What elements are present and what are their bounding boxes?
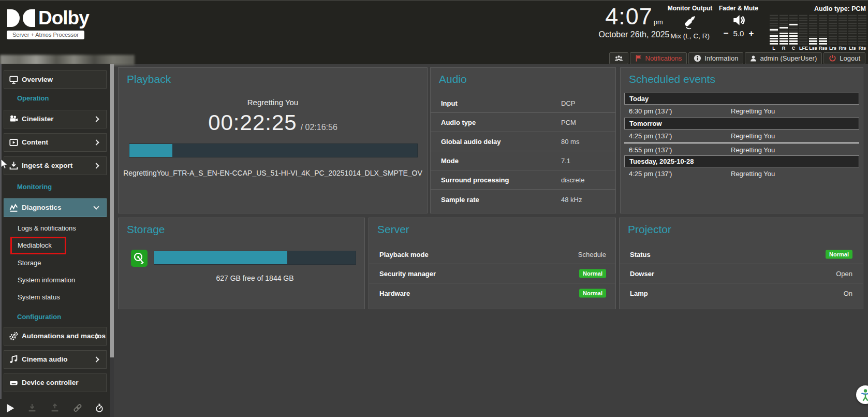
schedule-event-row[interactable]: 6:55 pm (137') Regretting You [624, 142, 859, 155]
meter-channel-label: Rrs [838, 46, 847, 51]
audio-row: Input DCP [431, 94, 615, 113]
clock-meridiem: pm [654, 18, 663, 26]
playback-elapsed-time: 00:22:25 [208, 110, 297, 135]
event-time: 6:55 pm (137') [629, 143, 672, 156]
sidebar-item-label: Device controller [22, 374, 79, 392]
timer-icon[interactable] [95, 404, 104, 412]
audio-row-value: DCP [561, 99, 575, 107]
sidebar-item-cinelister[interactable]: Cinelister [4, 110, 107, 128]
audio-row-label: Surround processing [441, 176, 509, 184]
meter-column-R [779, 14, 788, 45]
chevron-right-icon [93, 116, 99, 122]
music-note-icon [9, 355, 18, 364]
fader-value: 5.0 [733, 29, 744, 38]
audio-row-label: Audio type [441, 119, 476, 126]
playback-timer: 00:22:25 / 02:16:56 [119, 110, 427, 135]
fader-plus-button[interactable]: + [748, 30, 754, 37]
film-play-icon [9, 138, 18, 147]
schedule-event-row[interactable]: 6:30 pm (137') Regretting You [624, 105, 859, 118]
meter-channel-label: Lss [809, 46, 817, 51]
sidebar-subitem-logs-notifications[interactable]: Logs & notifications [4, 221, 107, 236]
projector-row: Dowser Open [620, 264, 863, 283]
event-title: Regretting You [731, 143, 775, 156]
sidebar-section-monitoring: Monitoring [17, 183, 105, 191]
meter-channel-label: Rts [858, 46, 866, 51]
meter-column-Lss [809, 14, 817, 45]
audio-row-label: Input [441, 99, 458, 107]
sidebar-nav: Overview Operation Cinelister Content In… [0, 64, 110, 417]
sidebar-item-label: Diagnostics [22, 199, 62, 217]
play-icon[interactable] [7, 404, 14, 412]
sidebar-scrollbar-thumb[interactable] [110, 64, 114, 357]
meter-column-Lts [848, 14, 857, 45]
playback-track-title: Regretting You [119, 98, 427, 107]
playback-card: Playback Regretting You 00:22:25 / 02:16… [118, 67, 428, 213]
chevron-down-icon [93, 204, 99, 209]
scheduled-events-card: Scheduled events Today 6:30 pm (137') Re… [620, 67, 863, 213]
server-row: Hardware Normal [369, 283, 615, 303]
fader-minus-button[interactable]: − [724, 30, 729, 37]
users-button[interactable] [609, 52, 628, 64]
projector-icon [9, 115, 18, 124]
sidebar-subitem-mediablock[interactable]: Mediablock [4, 238, 107, 253]
audio-row-value: 7.1 [561, 157, 570, 165]
accessibility-widget-button[interactable] [856, 385, 868, 404]
monitor-output-control[interactable]: Monitor Output Mix (L, C, R) [664, 5, 716, 40]
schedule-group-header: Tomorrow [624, 118, 859, 130]
server-row-label: Playback mode [379, 251, 429, 258]
information-label: Information [704, 54, 738, 62]
event-time: 4:25 pm (137') [629, 130, 672, 142]
sidebar-item-overview[interactable]: Overview [4, 70, 107, 89]
meter-channel-label: Lrs [829, 46, 837, 51]
accessibility-person-icon [856, 385, 868, 404]
meter-channel-label: Lts [848, 46, 857, 51]
audio-row: Global audio delay 80 ms [431, 132, 615, 151]
mouse-cursor [1, 159, 8, 170]
notifications-button[interactable]: Notifications [630, 52, 687, 64]
playback-duration: 02:16:56 [305, 123, 337, 132]
link-icon[interactable] [73, 404, 82, 412]
storage-usage-fill [154, 251, 287, 264]
blurred-preview-image [0, 55, 135, 65]
event-title: Regretting You [731, 105, 775, 118]
audio-row-value: discrete [561, 176, 585, 184]
top-header: Dolby Server + Atmos Processor 4:07pm Oc… [0, 0, 868, 64]
sidebar-scrollbar-track [110, 64, 114, 417]
meter-channel-label: LFE [799, 46, 807, 51]
sidebar-item-diagnostics[interactable]: Diagnostics [4, 198, 107, 217]
chart-icon [9, 204, 18, 212]
sidebar-item-automations-macros[interactable]: Automations and macros [4, 327, 107, 346]
sidebar-item-device-controller[interactable]: Device controller [4, 373, 107, 392]
sidebar-item-ingest-export[interactable]: Ingest & export [4, 156, 107, 175]
dolby-logo: Dolby [7, 7, 89, 29]
logo-wordmark: Dolby [38, 7, 89, 29]
status-badge: Normal [579, 289, 606, 297]
event-title: Regretting You [731, 167, 775, 180]
status-badge: Normal [826, 250, 852, 259]
user-icon [750, 55, 757, 62]
information-button[interactable]: Information [688, 52, 743, 64]
schedule-event-row[interactable]: 4:25 pm (137') Regretting You [624, 130, 859, 142]
user-account-button[interactable]: admin (SuperUser) [745, 52, 822, 64]
server-row-value: Schedule [578, 251, 606, 258]
sidebar-subitem-system-information[interactable]: System information [4, 272, 107, 288]
sidebar-subitem-storage[interactable]: Storage [4, 255, 107, 271]
logout-label: Logout [840, 54, 860, 62]
server-row: Security manager Normal [369, 264, 615, 283]
meter-column-Lrs [829, 14, 837, 45]
schedule-event-row[interactable]: 4:25 pm (137') Regretting You [624, 167, 859, 180]
projector-row-value: Open [836, 270, 852, 278]
sidebar-item-cinema-audio[interactable]: Cinema audio [4, 350, 107, 369]
sidebar-item-content[interactable]: Content [4, 133, 107, 152]
audio-row-label: Sample rate [441, 195, 479, 203]
dolby-double-d-icon [7, 9, 35, 27]
speaker-icon[interactable] [732, 14, 745, 26]
sidebar-section-configuration: Configuration [17, 313, 105, 321]
sidebar-subitem-system-status[interactable]: System status [4, 290, 107, 305]
schedule-group-header: Today [624, 93, 859, 105]
event-time: 4:25 pm (137') [629, 167, 672, 180]
logout-button[interactable]: Logout [823, 52, 865, 64]
download-icon[interactable] [27, 404, 37, 412]
upload-icon[interactable] [50, 404, 60, 412]
window-edge [0, 64, 2, 417]
